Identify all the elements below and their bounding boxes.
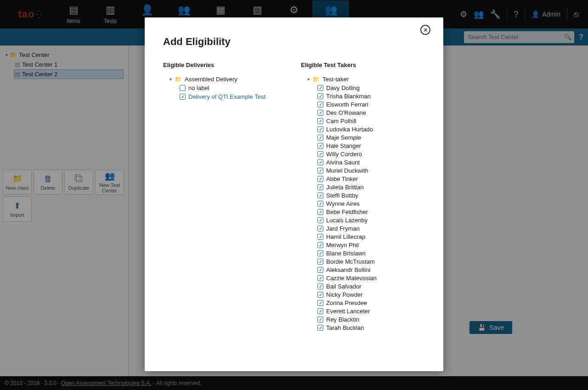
- checkbox[interactable]: [317, 110, 323, 116]
- testtaker-item[interactable]: Alvina Saunt: [317, 158, 423, 166]
- testtaker-item[interactable]: Nicky Powder: [317, 290, 423, 299]
- checkbox[interactable]: [317, 143, 323, 149]
- testtaker-name: Willy Cordero: [326, 151, 362, 158]
- checkbox[interactable]: [180, 85, 186, 91]
- testtaker-name: Blane Brislawn: [326, 250, 366, 257]
- checkbox[interactable]: [317, 283, 323, 289]
- testtaker-item[interactable]: Willy Cordero: [317, 150, 423, 158]
- testtaker-item[interactable]: Hale Stanger: [317, 141, 423, 150]
- folder-icon: 📁: [312, 76, 320, 83]
- testtaker-item[interactable]: Des O'Rowane: [317, 108, 423, 117]
- testtaker-item[interactable]: Abbe Tinker: [317, 175, 423, 183]
- testtaker-name: Steffi Bottby: [326, 192, 358, 199]
- testtaker-name: Hamil Lillecrap: [326, 233, 365, 240]
- testtaker-item[interactable]: Lucais Lazenby: [317, 216, 423, 224]
- testtaker-name: Hale Stanger: [326, 142, 361, 149]
- checkbox[interactable]: [317, 93, 323, 99]
- testtaker-item[interactable]: Zorina Presdee: [317, 299, 423, 307]
- testtaker-name: Bail Salvador: [326, 283, 362, 290]
- folder-icon: 📁: [175, 76, 182, 83]
- checkbox[interactable]: [317, 325, 323, 331]
- modal-columns: Eligible Deliveries ▾ 📁 Assembled Delive…: [163, 62, 425, 355]
- testtaker-item[interactable]: Julieta Brittian: [317, 183, 423, 191]
- checkbox[interactable]: [317, 242, 323, 248]
- testtaker-item[interactable]: Jard Fryman: [317, 224, 423, 232]
- deliveries-list: no labelDelivery of QTI Example Test: [163, 84, 287, 101]
- testtaker-folder[interactable]: ▾ 📁 Test-taker: [301, 75, 423, 84]
- testtaker-item[interactable]: Cam Polhill: [317, 117, 423, 125]
- testtaker-name: Cam Polhill: [326, 118, 356, 124]
- checkbox[interactable]: [317, 118, 323, 124]
- testtaker-name: Lucais Lazenby: [326, 217, 368, 224]
- checkbox[interactable]: [317, 102, 323, 107]
- modal-scroll[interactable]: ✕ Add Eligibility Eligible Deliveries ▾ …: [145, 17, 443, 371]
- eligible-testtakers-column: Eligible Test Takers ▾ 📁 Test-taker Davy…: [301, 62, 425, 355]
- testtaker-item[interactable]: Bebe Feldfisher: [317, 208, 423, 216]
- testtaker-name: Abbe Tinker: [326, 175, 358, 182]
- checkbox[interactable]: [317, 168, 323, 174]
- testtaker-item[interactable]: Rey Blacktin: [317, 315, 423, 323]
- testtaker-item[interactable]: Wynne Aires: [317, 199, 423, 208]
- testtaker-item[interactable]: Trisha Blankman: [317, 92, 423, 100]
- modal-body: Add Eligibility Eligible Deliveries ▾ 📁 …: [145, 17, 443, 364]
- close-icon[interactable]: ✕: [420, 25, 430, 35]
- testtaker-item[interactable]: Everett Lanceter: [317, 307, 423, 315]
- checkbox[interactable]: [317, 226, 323, 232]
- testtaker-name: Nicky Powder: [326, 291, 362, 298]
- deliveries-tree: ▾ 📁 Assembled Delivery no labelDelivery …: [163, 75, 287, 101]
- checkbox[interactable]: [317, 308, 323, 314]
- checkbox[interactable]: [317, 317, 323, 322]
- testtaker-name: Alvina Saunt: [326, 159, 360, 166]
- checkbox[interactable]: [317, 184, 323, 190]
- testtaker-name: Cazzie Matevosian: [326, 275, 377, 282]
- column-title: Eligible Deliveries: [163, 62, 287, 68]
- folder-label: Assembled Delivery: [185, 76, 237, 83]
- testtakers-scroll[interactable]: ▾ 📁 Test-taker Davy DollingTrisha Blankm…: [301, 75, 425, 355]
- checkbox[interactable]: [317, 192, 323, 198]
- checkbox[interactable]: [317, 250, 323, 256]
- checkbox[interactable]: [317, 176, 323, 182]
- checkbox[interactable]: [317, 300, 323, 306]
- testtaker-item[interactable]: Maje Semple: [317, 133, 423, 141]
- testtaker-item[interactable]: Cazzie Matevosian: [317, 274, 423, 282]
- testtaker-item[interactable]: Aleksandr Bollini: [317, 266, 423, 274]
- testtakers-tree: ▾ 📁 Test-taker Davy DollingTrisha Blankm…: [301, 75, 423, 332]
- delivery-item[interactable]: Delivery of QTI Example Test: [180, 92, 287, 101]
- testtaker-item[interactable]: Bordie McTrustam: [317, 257, 423, 266]
- testtaker-item[interactable]: Merwyn Phil: [317, 241, 423, 249]
- testtaker-item[interactable]: Davy Dolling: [317, 84, 423, 92]
- testtaker-item[interactable]: Ludovika Hurtado: [317, 125, 423, 133]
- testtaker-name: Bordie McTrustam: [326, 258, 375, 265]
- testtakers-list: Davy DollingTrisha BlankmanElsworth Ferr…: [301, 84, 423, 332]
- testtaker-name: Elsworth Ferrari: [326, 101, 368, 108]
- checkbox[interactable]: [317, 209, 323, 215]
- testtaker-item[interactable]: Bail Salvador: [317, 282, 423, 290]
- testtaker-item[interactable]: Tarah Bucklan: [317, 323, 423, 332]
- checkbox[interactable]: [317, 85, 323, 91]
- checkbox[interactable]: [317, 159, 323, 165]
- testtaker-name: Tarah Bucklan: [326, 324, 364, 331]
- checkbox[interactable]: [317, 292, 323, 298]
- checkbox[interactable]: [317, 275, 323, 281]
- testtaker-name: Trisha Blankman: [326, 93, 371, 100]
- testtaker-item[interactable]: Steffi Bottby: [317, 191, 423, 199]
- eligible-deliveries-column: Eligible Deliveries ▾ 📁 Assembled Delive…: [163, 62, 287, 355]
- testtaker-name: Bebe Feldfisher: [326, 209, 368, 215]
- testtaker-item[interactable]: Blane Brislawn: [317, 249, 423, 257]
- delivery-folder[interactable]: ▾ 📁 Assembled Delivery: [163, 75, 287, 84]
- checkbox[interactable]: [180, 94, 186, 100]
- checkbox[interactable]: [317, 151, 323, 157]
- testtaker-name: Davy Dolling: [326, 85, 360, 91]
- testtaker-item[interactable]: Hamil Lillecrap: [317, 232, 423, 241]
- checkbox[interactable]: [317, 234, 323, 240]
- checkbox[interactable]: [317, 217, 323, 223]
- testtaker-item[interactable]: Muriel Duckwith: [317, 166, 423, 175]
- checkbox[interactable]: [317, 135, 323, 141]
- testtaker-item[interactable]: Elsworth Ferrari: [317, 100, 423, 108]
- testtaker-name: Zorina Presdee: [326, 300, 367, 306]
- checkbox[interactable]: [317, 201, 323, 207]
- delivery-item[interactable]: no label: [180, 84, 287, 92]
- checkbox[interactable]: [317, 267, 323, 273]
- checkbox[interactable]: [317, 126, 323, 132]
- checkbox[interactable]: [317, 259, 323, 265]
